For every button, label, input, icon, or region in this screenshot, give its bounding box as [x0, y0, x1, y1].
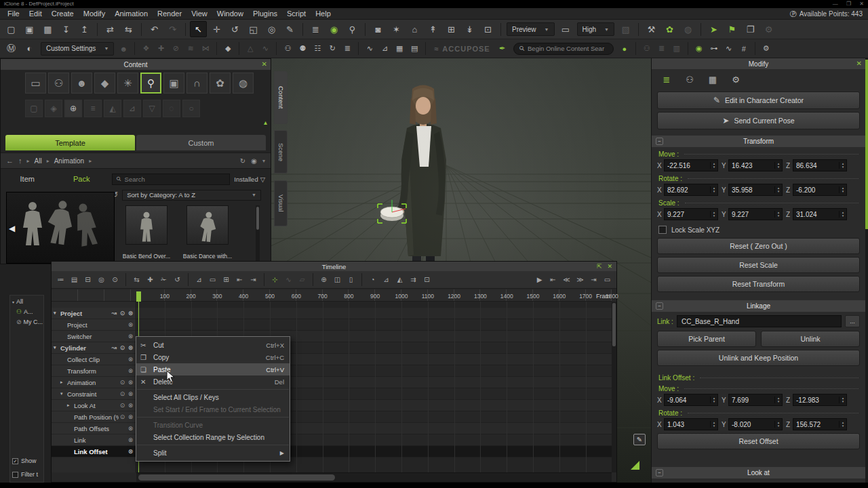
scene-manager-icon[interactable]: ≣ [307, 21, 324, 37]
context-menu-item-select-all-clips-keys[interactable]: Select All Clips / Keys [136, 391, 290, 403]
side-tab-visual[interactable]: Visual [274, 180, 288, 226]
sub-extra-icon[interactable]: ◌ [163, 100, 180, 117]
track-row-project[interactable]: Project⊗ [52, 319, 136, 331]
paint-tool-icon[interactable]: ✎ [281, 21, 298, 37]
range-icon[interactable]: ⊞ [220, 274, 232, 285]
tab-custom[interactable]: Custom [136, 135, 266, 150]
spin-down-icon[interactable]: ▾ [842, 424, 844, 428]
sub-actor-icon[interactable]: ▢ [25, 100, 43, 117]
record-toggle-icon[interactable]: ⊙ [119, 390, 126, 397]
path-tool-icon[interactable]: △ [243, 42, 257, 56]
motion-thumbnail[interactable] [125, 205, 167, 245]
visibility-icon[interactable]: ◉ [326, 21, 342, 37]
track-row-path-position[interactable]: Path Position (%)⊙⊗ [52, 411, 136, 423]
collapse-icon[interactable]: − [656, 469, 663, 476]
preferences-gear-icon[interactable]: ⚙ [760, 42, 773, 56]
collapse-all-icon[interactable]: ⊟ [82, 274, 94, 285]
link-constraint-icon[interactable]: ◆ [221, 42, 235, 56]
link-browse-button[interactable]: ... [845, 315, 860, 327]
pose-mixer-icon[interactable]: ≋ [184, 42, 197, 56]
transform-rotate-y-input[interactable]: 35.958▴▾ [728, 184, 783, 196]
motion-thumbnail[interactable] [186, 205, 229, 245]
add-key-icon[interactable]: ⊹ [269, 274, 281, 285]
spin-down-icon[interactable]: ▾ [713, 400, 715, 403]
scene-tree-item-my-c[interactable]: ⊘My C... [10, 317, 43, 327]
sub-avatar-icon[interactable]: ◈ [45, 100, 62, 117]
export-content-icon[interactable]: ↥ [76, 21, 93, 37]
expand-icon[interactable]: ▾ [54, 345, 60, 350]
timeline-menu-icon[interactable]: ≔ [55, 274, 66, 285]
transform-section-header[interactable]: − Transform [652, 136, 865, 147]
sub-hand-icon[interactable]: ⊿ [123, 100, 141, 117]
redo-icon[interactable]: ↷ [164, 21, 181, 37]
new-project-icon[interactable]: ▢ [3, 21, 20, 37]
menu-item-help[interactable]: Help [311, 8, 336, 20]
content-store-icon[interactable]: ⇆ [120, 21, 137, 37]
refresh-icon[interactable]: ↻ [240, 157, 245, 165]
exclude-icon[interactable]: ⊗ [127, 310, 134, 317]
content-search-input[interactable]: ⚲ Search [112, 174, 230, 185]
spin-down-icon[interactable]: ▾ [842, 400, 844, 403]
prop-category-icon[interactable]: ∩ [186, 73, 208, 94]
grid-row-project[interactable] [136, 319, 612, 331]
modify-sliders-icon[interactable]: ≣ [658, 73, 675, 87]
align-tools-icon[interactable]: ≣ [340, 42, 354, 56]
close-icon[interactable]: ✕ [856, 59, 862, 68]
accupose-button[interactable]: ≈ ACCUPOSE [434, 45, 490, 53]
online-status-icon[interactable]: ● [618, 42, 631, 56]
mark-out-icon[interactable]: ▯ [345, 274, 357, 285]
online-content-search-input[interactable]: ⚲ Begin Online Content Sear [513, 43, 614, 55]
spinner-buttons[interactable]: ▴▾ [774, 186, 782, 193]
spinner-buttons[interactable]: ▴▾ [710, 396, 717, 403]
spin-down-icon[interactable]: ▾ [713, 165, 715, 169]
layout-columns-icon[interactable]: ▥ [670, 42, 684, 56]
menu-item-file[interactable]: File [3, 8, 24, 20]
menu-item-plugins[interactable]: Plugins [248, 8, 282, 20]
maximize-button[interactable]: ❐ [846, 1, 851, 7]
prev-camera-icon[interactable]: ↟ [425, 21, 441, 37]
open-project-icon[interactable]: ▣ [21, 21, 38, 37]
grass-brush-icon[interactable]: ✿ [661, 21, 678, 37]
actor-category-icon[interactable]: ⚇ [48, 73, 69, 94]
spin-down-icon[interactable]: ▾ [778, 190, 780, 193]
frame-object-icon[interactable]: ⊞ [443, 21, 460, 37]
measure-icon[interactable]: # [737, 42, 751, 56]
context-menu-item-split[interactable]: Split▶ [136, 447, 290, 459]
spin-down-icon[interactable]: ▾ [713, 424, 715, 428]
md-mode-icon[interactable]: ◐ [21, 41, 38, 57]
context-menu-item-delete[interactable]: ✕DeleteDel [136, 375, 290, 388]
next-camera-icon[interactable]: ↡ [461, 21, 478, 37]
exclude-icon[interactable]: ⊗ [127, 321, 134, 328]
spin-down-icon[interactable]: ▾ [778, 424, 780, 428]
spin-down-icon[interactable]: ▾ [842, 165, 844, 169]
playhead-marker[interactable] [136, 291, 141, 302]
accessory-category-icon[interactable]: ✳ [117, 73, 138, 94]
track-row-link[interactable]: Link⊗ [52, 434, 136, 446]
link-chain-icon[interactable]: ⊶ [707, 42, 721, 56]
reach-target-icon[interactable]: ✚ [154, 42, 167, 56]
camera-switch-icon[interactable]: ⊡ [421, 274, 433, 285]
lock-scale-checkbox[interactable] [658, 226, 667, 234]
spin-down-icon[interactable]: ▾ [713, 214, 715, 218]
transition-icon[interactable]: ↝ [111, 344, 118, 351]
tree-expand-icon[interactable]: ▾ [12, 300, 14, 304]
expand-icon[interactable]: ▸ [60, 380, 67, 385]
modify-panel-header[interactable]: Modify ✕ [652, 58, 865, 69]
material-category-icon[interactable]: ◍ [233, 73, 254, 94]
fit-view-icon[interactable]: ⊿ [380, 274, 392, 285]
spinner-buttons[interactable]: ▴▾ [839, 421, 846, 428]
sub-misc-icon[interactable]: ○ [182, 100, 200, 117]
breadcrumb-animation[interactable]: Animation [54, 157, 84, 165]
visual-settings-icon[interactable]: ◉ [692, 42, 706, 56]
save-project-icon[interactable]: ▦ [39, 21, 56, 37]
render-region-icon[interactable]: ⊡ [479, 21, 496, 37]
loop-clip-icon[interactable]: ↺ [172, 274, 183, 285]
chevron-down-icon[interactable]: ▾ [262, 158, 265, 164]
face-key-icon[interactable]: ☻ [117, 42, 130, 56]
track-view-icon[interactable]: ▤ [68, 274, 80, 285]
exclude-icon[interactable]: ⊗ [127, 413, 134, 420]
scene-tree-root[interactable]: ▾ All [10, 296, 43, 306]
grid-row-project[interactable] [136, 308, 612, 319]
expand-icon[interactable]: ▾ [54, 310, 60, 316]
transform-move-z-input[interactable]: 86.634▴▾ [793, 159, 847, 171]
